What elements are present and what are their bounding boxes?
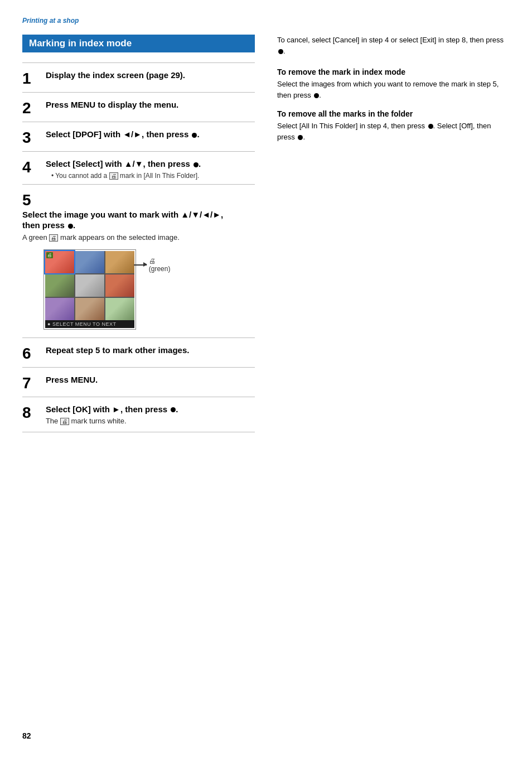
- step-1: 1 Display the index screen (page 29).: [22, 62, 255, 92]
- dpof-icon-8: 🖨: [60, 418, 69, 425]
- step-5: 5 Select the image you want to mark with…: [22, 184, 255, 337]
- step-7-text: Press MENU.: [46, 374, 98, 385]
- dpof-icon-5: 🖨: [49, 234, 58, 242]
- photo-cell-9: [105, 298, 134, 320]
- remove-all-text: Select [All In This Folder] in step 4, t…: [277, 120, 510, 142]
- step-1-text: Display the index screen (page 29).: [46, 70, 185, 81]
- photo-cell-3: [105, 251, 134, 273]
- screen-wrapper: 🖨 ● SELECT MENU: [43, 249, 136, 330]
- step-number-8: 8: [22, 404, 43, 422]
- remove-all-heading: To remove all the marks in the folder: [277, 109, 510, 118]
- page: Printing at a shop Marking in index mode…: [0, 0, 532, 757]
- right-intro: To cancel, select [Cancel] in step 4 or …: [277, 35, 510, 56]
- section-title: Marking in index mode: [22, 35, 255, 52]
- step-5-text: Select the image you want to mark with ▲…: [22, 209, 240, 231]
- step-number-5: 5: [22, 191, 43, 209]
- step-4: 4 Select [Select] with ▲/▼, then press .…: [22, 151, 255, 184]
- right-column: To cancel, select [Cancel] in step 4 or …: [272, 35, 510, 432]
- bullet-circle-5: [68, 224, 73, 229]
- step-number-4: 4: [22, 158, 43, 176]
- bullet-circle-all: [428, 124, 433, 129]
- photo-cell-1: 🖨: [45, 251, 74, 273]
- left-column: Marking in index mode 1 Display the inde…: [22, 35, 272, 432]
- step-number-1: 1: [22, 70, 43, 88]
- step-5-sub: A green 🖨 mark appears on the selected i…: [22, 233, 240, 242]
- arrow-line: [134, 264, 147, 266]
- step-6-text: Repeat step 5 to mark other images.: [46, 345, 190, 356]
- step-2: 2 Press MENU to display the menu.: [22, 92, 255, 122]
- dpof-mark-overlay: 🖨: [46, 252, 53, 258]
- step-2-text: Press MENU to display the menu.: [46, 99, 178, 110]
- step-number-3: 3: [22, 129, 43, 147]
- step-3: 3 Select [DPOF] with ◄/►, then press .: [22, 122, 255, 151]
- photo-cell-6: [105, 274, 134, 297]
- step-8-sub: The 🖨 mark turns white.: [46, 417, 178, 425]
- photo-grid: 🖨: [45, 251, 134, 320]
- step-3-text: Select [DPOF] with ◄/►, then press .: [46, 129, 200, 140]
- arrow-label-group: 🖨 (green): [134, 257, 173, 273]
- bullet-circle-4: [194, 162, 199, 167]
- bullet-circle-right: [278, 49, 283, 54]
- step-4-note: • You cannot add a 🖨 mark in [All In Thi…: [51, 172, 201, 180]
- dpof-icon-4: 🖨: [109, 172, 118, 180]
- step-number-6: 6: [22, 345, 43, 363]
- bullet-circle-remove: [314, 93, 319, 98]
- page-number: 82: [22, 731, 31, 740]
- photo-cell-7: [45, 298, 74, 320]
- photo-cell-5: [75, 274, 104, 297]
- step-6: 6 Repeat step 5 to mark other images.: [22, 337, 255, 367]
- green-mark-label: 🖨 (green): [149, 257, 173, 273]
- photo-cell-2: [75, 251, 104, 273]
- step-7: 7 Press MENU.: [22, 367, 255, 397]
- step-number-7: 7: [22, 374, 43, 392]
- step-4-text: Select [Select] with ▲/▼, then press .: [46, 158, 201, 170]
- mock-screen: 🖨 ● SELECT MENU: [43, 249, 136, 330]
- screen-image-area: 🖨 ● SELECT MENU: [43, 249, 255, 330]
- screen-bottom-bar: ● SELECT MENU TO NEXT: [45, 320, 134, 328]
- photo-cell-4: [45, 274, 74, 297]
- remove-mark-text: Select the images from which you want to…: [277, 79, 510, 100]
- step-8: 8 Select [OK] with ►, then press . The 🖨…: [22, 397, 255, 433]
- bullet-circle-8: [171, 407, 176, 412]
- remove-mark-heading: To remove the mark in index mode: [277, 67, 510, 76]
- main-content: Marking in index mode 1 Display the inde…: [22, 35, 510, 432]
- step-8-text: Select [OK] with ►, then press .: [46, 404, 178, 415]
- photo-cell-8: [75, 298, 104, 320]
- step-number-2: 2: [22, 99, 43, 117]
- bullet-circle: [192, 133, 197, 138]
- top-label: Printing at a shop: [22, 17, 510, 25]
- bullet-circle-off: [298, 135, 303, 140]
